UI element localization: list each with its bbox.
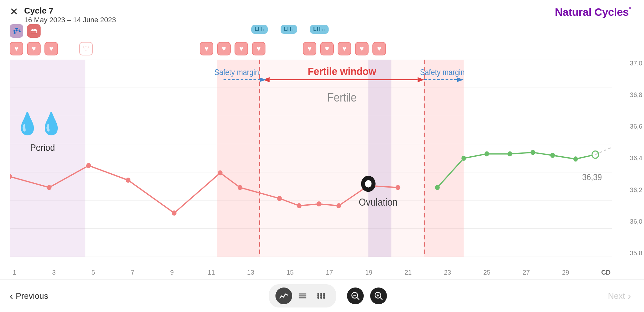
svg-point-64 <box>320 297 322 299</box>
lh-badge-2: LH↑ <box>281 25 297 34</box>
heart-icon-6: ♥ <box>217 42 231 55</box>
svg-point-37 <box>297 203 302 208</box>
next-chevron[interactable]: › <box>628 290 631 302</box>
svg-point-48 <box>531 150 535 155</box>
heart-icon-11: ♥ <box>338 42 351 55</box>
y-label-364: 36,4 <box>618 154 644 162</box>
prev-navigation[interactable]: ‹ Previous <box>10 290 48 302</box>
svg-point-49 <box>550 153 555 158</box>
svg-text:Safety margin: Safety margin <box>214 68 259 77</box>
svg-point-63 <box>317 297 319 299</box>
chart-type-controls <box>269 284 336 307</box>
svg-point-58 <box>320 293 322 295</box>
next-label[interactable]: Next <box>608 291 625 301</box>
svg-point-36 <box>277 196 282 201</box>
svg-line-68 <box>357 297 359 300</box>
chart-svg: Fertile window Safety margin Safety marg… <box>10 60 612 257</box>
x-label-5: 5 <box>88 269 98 276</box>
heart-icon-2: ♥ <box>27 42 41 55</box>
svg-point-30 <box>47 185 51 190</box>
svg-text:Fertile window: Fertile window <box>308 65 377 77</box>
svg-point-32 <box>126 178 130 183</box>
svg-rect-11 <box>424 60 464 257</box>
svg-text:Period: Period <box>30 142 55 153</box>
line-chart-button[interactable] <box>275 288 292 304</box>
y-label-370: 37,0 <box>618 60 644 67</box>
prev-chevron[interactable]: ‹ <box>10 290 13 302</box>
svg-text:Fertile: Fertile <box>327 91 357 104</box>
x-label-27: 27 <box>521 269 531 276</box>
svg-point-38 <box>317 201 321 207</box>
cycle-dates: 16 May 2023 – 14 June 2023 <box>24 16 116 24</box>
x-label-3: 3 <box>49 269 59 276</box>
x-label-15: 15 <box>285 269 295 276</box>
heart-icon-7: ♥ <box>235 42 248 55</box>
y-label-368: 36,8 <box>618 91 644 99</box>
lh-badge-1: LH↑ <box>251 25 268 34</box>
svg-point-57 <box>317 293 319 295</box>
prev-label[interactable]: Previous <box>16 291 48 301</box>
heart-icon-9: ♥ <box>303 42 316 55</box>
pill-icon: 🗃 <box>27 24 41 38</box>
svg-point-35 <box>238 185 242 190</box>
svg-rect-12 <box>368 60 391 257</box>
heart-icon-1: ♥ <box>10 42 23 55</box>
cycle-info: Cycle 7 16 May 2023 – 14 June 2023 <box>24 6 116 24</box>
x-label-cd: CD <box>600 269 612 276</box>
svg-point-60 <box>317 295 319 297</box>
y-label-360: 36,0 <box>618 218 644 225</box>
svg-point-34 <box>218 170 222 175</box>
sleep-icon: 💤 <box>10 24 23 38</box>
x-label-19: 19 <box>364 269 374 276</box>
header: ✕ Cycle 7 16 May 2023 – 14 June 2023 Nat… <box>0 0 644 24</box>
x-label-9: 9 <box>167 269 177 276</box>
svg-point-62 <box>323 295 325 297</box>
svg-point-41 <box>396 185 400 190</box>
svg-rect-9 <box>217 60 260 257</box>
heart-icon-10: ♥ <box>320 42 334 55</box>
zoom-in-button[interactable] <box>370 288 387 304</box>
svg-point-45 <box>461 156 466 161</box>
svg-text:💧💧: 💧💧 <box>15 111 63 136</box>
brand-logo: Natural Cycles° <box>555 6 631 18</box>
close-button[interactable]: ✕ <box>10 6 18 17</box>
header-left: ✕ Cycle 7 16 May 2023 – 14 June 2023 <box>10 6 116 24</box>
svg-text:Ovulation: Ovulation <box>359 197 398 208</box>
y-label-366: 36,6 <box>618 123 644 130</box>
x-label-21: 21 <box>403 269 413 276</box>
y-label-362: 36,2 <box>618 186 644 194</box>
svg-point-39 <box>336 203 341 208</box>
svg-point-59 <box>323 293 325 295</box>
heart-icon-8: ♥ <box>252 42 265 55</box>
icons-row: 💤 🗃 LH↑ LH↑ LH↑↑ ♥ ♥ ♥ ♡ ♥ ♥ ♥ ♥ ♥ ♥ <box>0 24 644 60</box>
svg-text:36,39: 36,39 <box>582 172 602 182</box>
svg-point-51 <box>592 151 599 158</box>
heart-icon-12: ♥ <box>355 42 369 55</box>
svg-line-72 <box>380 297 382 300</box>
svg-point-46 <box>485 151 489 156</box>
dot-chart-button[interactable] <box>313 288 330 304</box>
heart-icon-13: ♥ <box>372 42 386 55</box>
svg-rect-8 <box>10 60 85 257</box>
zoom-out-button[interactable] <box>347 288 364 304</box>
svg-point-47 <box>507 151 512 156</box>
x-label-29: 29 <box>561 269 571 276</box>
heart-icon-5: ♥ <box>200 42 213 55</box>
x-label-1: 1 <box>10 269 19 276</box>
svg-point-44 <box>435 185 440 190</box>
bar-chart-button[interactable] <box>294 288 311 304</box>
next-navigation[interactable]: Next › <box>608 290 631 302</box>
y-label-358: 35,8 <box>618 249 644 257</box>
svg-point-33 <box>172 210 177 216</box>
x-label-17: 17 <box>325 269 334 276</box>
cycle-title: Cycle 7 <box>24 6 116 16</box>
toolbar: ‹ Previous <box>0 279 644 312</box>
svg-point-43 <box>365 180 371 188</box>
heart-icon-4: ♡ <box>79 42 93 55</box>
svg-text:Safety margin: Safety margin <box>420 68 465 77</box>
app-container: ✕ Cycle 7 16 May 2023 – 14 June 2023 Nat… <box>0 0 644 312</box>
svg-point-50 <box>573 156 578 161</box>
x-label-11: 11 <box>207 269 216 276</box>
x-label-7: 7 <box>128 269 138 276</box>
x-label-23: 23 <box>443 269 452 276</box>
